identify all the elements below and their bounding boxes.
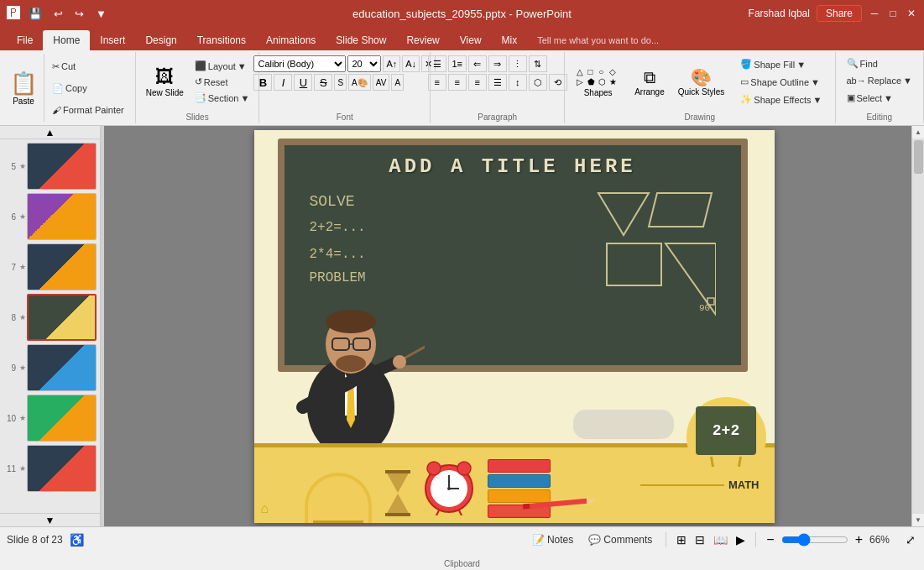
section-button[interactable]: 📑 Section ▼ xyxy=(191,90,254,106)
slide-thumb-8[interactable] xyxy=(27,294,97,341)
reading-view-btn[interactable]: 📖 xyxy=(712,531,729,548)
scroll-thumb[interactable] xyxy=(914,140,923,174)
chalkboard-title: ADD A TITLE HERE xyxy=(285,145,741,178)
shape-fill-button[interactable]: 🪣 Shape Fill ▼ xyxy=(736,56,826,72)
shapes-grid: △□○◇ ▷⬟⬡★ xyxy=(577,67,619,86)
tab-tell-me[interactable]: Tell me what you want to do... xyxy=(527,30,669,50)
qat-save[interactable]: 💾 xyxy=(25,6,45,22)
numbering-btn[interactable]: 1≡ xyxy=(448,55,467,72)
svg-point-33 xyxy=(457,462,471,475)
find-button[interactable]: 🔍 Find xyxy=(843,55,917,71)
bullets-btn[interactable]: ☰ xyxy=(428,55,446,72)
slide-number-9: 9 xyxy=(3,363,16,373)
tab-slideshow[interactable]: Slide Show xyxy=(326,30,396,50)
new-slide-button[interactable]: 🖼 New Slide xyxy=(141,65,189,99)
scroll-track[interactable] xyxy=(912,139,924,514)
slides-scroll-down[interactable]: ▼ xyxy=(0,513,100,526)
slide-number-5: 5 xyxy=(3,162,16,171)
align-right-btn[interactable]: ≡ xyxy=(468,74,487,91)
fit-slide-btn[interactable]: ⤢ xyxy=(904,531,917,548)
reset-button[interactable]: ↺ Reset xyxy=(191,74,254,90)
decrease-indent-btn[interactable]: ⇐ xyxy=(468,55,487,72)
close-button[interactable]: ✕ xyxy=(906,8,917,19)
svg-point-32 xyxy=(427,462,441,475)
spacing-btn[interactable]: AV xyxy=(373,74,390,91)
font-size-increase-btn[interactable]: A↑ xyxy=(383,55,400,72)
text-shadow-btn[interactable]: S xyxy=(334,74,347,91)
shape-outline-button[interactable]: ▭ Shape Outline ▼ xyxy=(736,74,826,90)
quick-styles-button[interactable]: 🎨 Quick Styles xyxy=(673,54,730,110)
slide-canvas[interactable]: ADD A TITLE HERE SOLVE 2+2=... 2*4=... P… xyxy=(254,130,775,523)
arrange-button[interactable]: ⧉ Arrange xyxy=(629,54,670,110)
restore-button[interactable]: □ xyxy=(887,8,899,19)
format-painter-button[interactable]: 🖌 Format Painter xyxy=(48,102,128,118)
font-size-decrease-btn[interactable]: A↓ xyxy=(402,55,420,72)
normal-view-btn[interactable]: ⊞ xyxy=(675,531,688,548)
increase-indent-btn[interactable]: ⇒ xyxy=(488,55,507,72)
slide-thumb-11[interactable] xyxy=(27,445,97,492)
font-color-btn[interactable]: A🎨 xyxy=(348,74,371,91)
tab-mix[interactable]: Mix xyxy=(492,30,528,50)
notes-button[interactable]: 📝 Notes xyxy=(527,532,578,547)
right-scrollbar[interactable]: ▲ ▼ xyxy=(911,126,924,526)
tab-animations[interactable]: Animations xyxy=(256,30,326,50)
cut-button[interactable]: ✂ Cut xyxy=(48,59,128,75)
italic-btn[interactable]: I xyxy=(274,74,292,91)
scroll-down-arrow[interactable]: ▼ xyxy=(912,514,925,526)
slide-number-6: 6 xyxy=(3,212,16,222)
slides-scroll-up[interactable]: ▲ xyxy=(0,126,100,139)
minimize-button[interactable]: ─ xyxy=(869,8,880,19)
tab-transitions[interactable]: Transitions xyxy=(187,30,256,50)
editing-group: 🔍 Find ab→ Replace ▼ ▣ Select ▼ Editing xyxy=(836,52,925,123)
tab-insert[interactable]: Insert xyxy=(90,30,135,50)
layout-button[interactable]: ⬛ Layout ▼ xyxy=(191,58,254,74)
replace-button[interactable]: ab→ Replace ▼ xyxy=(843,73,917,88)
slide-thumb-6[interactable] xyxy=(27,193,97,240)
underline-btn[interactable]: U xyxy=(294,74,312,91)
columns-btn[interactable]: ⋮ xyxy=(509,55,527,72)
slideshow-view-btn[interactable]: ▶ xyxy=(734,531,747,548)
copy-button[interactable]: 📄 Copy xyxy=(48,81,128,97)
text-dir-btn[interactable]: ⇅ xyxy=(529,55,547,72)
comments-button[interactable]: 💬 Comments xyxy=(583,532,657,547)
slide-thumb-5[interactable] xyxy=(27,143,97,190)
tab-file[interactable]: File xyxy=(7,30,43,50)
shapes-button[interactable]: △□○◇ ▷⬟⬡★ Shapes xyxy=(570,54,626,110)
slide-sorter-btn[interactable]: ⊟ xyxy=(693,531,707,548)
align-center-btn[interactable]: ≡ xyxy=(448,74,467,91)
justify-btn[interactable]: ☰ xyxy=(488,74,507,91)
paste-icon: 📋 xyxy=(10,71,37,97)
formula2: 2*4=... xyxy=(310,247,540,262)
slide-thumb-7[interactable] xyxy=(27,243,97,290)
drawing-controls: △□○◇ ▷⬟⬡★ Shapes ⧉ Arrange 🎨 Quick Style… xyxy=(570,54,829,110)
paste-button[interactable]: 📋 Paste xyxy=(3,54,44,122)
qat-redo[interactable]: ↪ xyxy=(71,6,87,22)
zoom-in-btn[interactable]: + xyxy=(854,531,864,549)
select-button[interactable]: ▣ Select ▼ xyxy=(843,90,917,106)
smartart-btn[interactable]: ⬡ xyxy=(529,74,547,91)
zoom-out-btn[interactable]: − xyxy=(765,531,775,549)
slide-thumb-9[interactable] xyxy=(27,344,97,391)
strikethrough-btn[interactable]: S xyxy=(314,74,332,91)
line-spacing-btn[interactable]: ↕ xyxy=(509,74,527,91)
tab-view[interactable]: View xyxy=(450,30,492,50)
shape-props: 🪣 Shape Fill ▼ ▭ Shape Outline ▼ ✨ Shape… xyxy=(733,54,829,110)
slide-row-9: 9 ★ xyxy=(3,344,97,391)
tab-review[interactable]: Review xyxy=(396,30,449,50)
font-size-field-btn[interactable]: A xyxy=(391,74,404,91)
slide-thumb-10[interactable] xyxy=(27,395,97,442)
accessibility-icon[interactable]: ♿ xyxy=(70,533,84,546)
scroll-up-arrow[interactable]: ▲ xyxy=(912,126,925,139)
shape-effects-button[interactable]: ✨ Shape Effects ▼ xyxy=(736,92,826,107)
font-family-select[interactable]: Calibri (Body) xyxy=(253,55,346,72)
tab-design[interactable]: Design xyxy=(135,30,186,50)
align-left-btn[interactable]: ≡ xyxy=(428,74,446,91)
tab-home[interactable]: Home xyxy=(43,30,90,50)
qat-undo[interactable]: ↩ xyxy=(50,6,66,22)
zoom-slider[interactable] xyxy=(781,533,848,546)
qat-customize[interactable]: ▼ xyxy=(92,6,110,22)
slide-background: ADD A TITLE HERE SOLVE 2+2=... 2*4=... P… xyxy=(254,130,775,523)
bold-btn[interactable]: B xyxy=(253,74,272,91)
share-button[interactable]: Share xyxy=(817,5,862,22)
font-size-select[interactable]: 20 xyxy=(347,55,381,72)
